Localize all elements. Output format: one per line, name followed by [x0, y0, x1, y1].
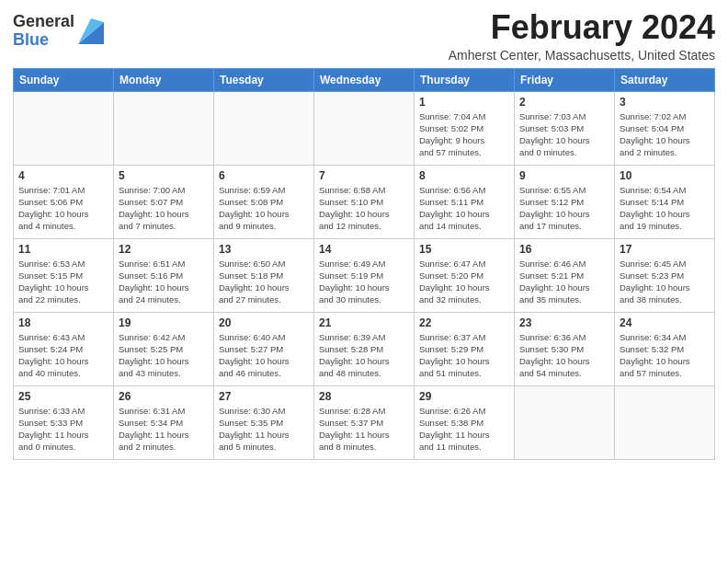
day-info: Sunrise: 6:40 AM Sunset: 5:27 PM Dayligh… — [219, 331, 309, 380]
day-info: Sunrise: 6:43 AM Sunset: 5:24 PM Dayligh… — [18, 331, 108, 380]
day-number: 4 — [18, 169, 108, 182]
calendar-cell: 18Sunrise: 6:43 AM Sunset: 5:24 PM Dayli… — [14, 312, 114, 385]
calendar-cell: 22Sunrise: 6:37 AM Sunset: 5:29 PM Dayli… — [415, 312, 515, 385]
calendar-cell: 6Sunrise: 6:59 AM Sunset: 5:08 PM Daylig… — [214, 165, 314, 238]
day-number: 17 — [620, 243, 710, 256]
calendar-cell: 12Sunrise: 6:51 AM Sunset: 5:16 PM Dayli… — [114, 238, 214, 312]
day-info: Sunrise: 6:58 AM Sunset: 5:10 PM Dayligh… — [319, 184, 409, 233]
calendar-cell: 3Sunrise: 7:02 AM Sunset: 5:04 PM Daylig… — [615, 91, 715, 165]
day-number: 25 — [18, 390, 108, 403]
calendar-cell: 16Sunrise: 6:46 AM Sunset: 5:21 PM Dayli… — [515, 238, 615, 312]
day-number: 5 — [119, 169, 209, 182]
day-number: 21 — [319, 316, 409, 329]
calendar-cell — [114, 91, 214, 165]
day-number: 14 — [319, 243, 409, 256]
day-info: Sunrise: 6:50 AM Sunset: 5:18 PM Dayligh… — [219, 258, 309, 306]
day-info: Sunrise: 6:51 AM Sunset: 5:16 PM Dayligh… — [119, 258, 209, 306]
day-number: 12 — [119, 243, 209, 256]
calendar-cell: 14Sunrise: 6:49 AM Sunset: 5:19 PM Dayli… — [314, 238, 415, 312]
day-info: Sunrise: 6:54 AM Sunset: 5:14 PM Dayligh… — [620, 184, 710, 233]
day-number: 10 — [620, 169, 710, 182]
logo-icon — [78, 18, 104, 44]
calendar-cell: 15Sunrise: 6:47 AM Sunset: 5:20 PM Dayli… — [415, 238, 515, 312]
calendar-cell: 26Sunrise: 6:31 AM Sunset: 5:34 PM Dayli… — [114, 385, 214, 459]
logo-text: General Blue — [13, 13, 74, 50]
calendar-cell: 2Sunrise: 7:03 AM Sunset: 5:03 PM Daylig… — [515, 91, 615, 165]
day-info: Sunrise: 6:34 AM Sunset: 5:32 PM Dayligh… — [620, 331, 710, 380]
day-number: 22 — [419, 316, 509, 329]
title-block: February 2024 Amherst Center, Massachuse… — [449, 9, 715, 63]
calendar-cell: 9Sunrise: 6:55 AM Sunset: 5:12 PM Daylig… — [515, 165, 615, 238]
calendar-cell: 21Sunrise: 6:39 AM Sunset: 5:28 PM Dayli… — [314, 312, 415, 385]
day-number: 3 — [620, 96, 710, 109]
calendar-cell — [14, 91, 114, 165]
calendar-week-4: 25Sunrise: 6:33 AM Sunset: 5:33 PM Dayli… — [14, 385, 715, 459]
month-title: February 2024 — [449, 9, 715, 46]
header-thursday: Thursday — [415, 68, 515, 91]
day-number: 1 — [419, 96, 509, 109]
day-number: 18 — [18, 316, 108, 329]
day-number: 24 — [620, 316, 710, 329]
day-info: Sunrise: 6:59 AM Sunset: 5:08 PM Dayligh… — [219, 184, 309, 233]
header-friday: Friday — [515, 68, 615, 91]
day-number: 9 — [519, 169, 609, 182]
day-info: Sunrise: 6:53 AM Sunset: 5:15 PM Dayligh… — [18, 258, 108, 306]
calendar-cell: 23Sunrise: 6:36 AM Sunset: 5:30 PM Dayli… — [515, 312, 615, 385]
day-info: Sunrise: 6:49 AM Sunset: 5:19 PM Dayligh… — [319, 258, 409, 306]
calendar-cell: 1Sunrise: 7:04 AM Sunset: 5:02 PM Daylig… — [415, 91, 515, 165]
day-info: Sunrise: 6:28 AM Sunset: 5:37 PM Dayligh… — [319, 405, 409, 454]
calendar-cell: 29Sunrise: 6:26 AM Sunset: 5:38 PM Dayli… — [415, 385, 515, 459]
calendar-cell: 7Sunrise: 6:58 AM Sunset: 5:10 PM Daylig… — [314, 165, 415, 238]
day-info: Sunrise: 6:30 AM Sunset: 5:35 PM Dayligh… — [219, 405, 309, 454]
day-info: Sunrise: 6:42 AM Sunset: 5:25 PM Dayligh… — [119, 331, 209, 380]
day-info: Sunrise: 7:00 AM Sunset: 5:07 PM Dayligh… — [119, 184, 209, 233]
day-info: Sunrise: 7:04 AM Sunset: 5:02 PM Dayligh… — [419, 110, 509, 159]
day-info: Sunrise: 6:45 AM Sunset: 5:23 PM Dayligh… — [620, 258, 710, 306]
day-number: 13 — [219, 243, 309, 256]
calendar-week-0: 1Sunrise: 7:04 AM Sunset: 5:02 PM Daylig… — [14, 91, 715, 165]
day-info: Sunrise: 7:03 AM Sunset: 5:03 PM Dayligh… — [519, 110, 609, 159]
day-info: Sunrise: 7:01 AM Sunset: 5:06 PM Dayligh… — [18, 184, 108, 233]
day-info: Sunrise: 7:02 AM Sunset: 5:04 PM Dayligh… — [620, 110, 710, 159]
logo-general: General — [13, 12, 74, 30]
day-number: 26 — [119, 390, 209, 403]
calendar-cell: 4Sunrise: 7:01 AM Sunset: 5:06 PM Daylig… — [14, 165, 114, 238]
calendar-cell: 13Sunrise: 6:50 AM Sunset: 5:18 PM Dayli… — [214, 238, 314, 312]
day-info: Sunrise: 6:47 AM Sunset: 5:20 PM Dayligh… — [419, 258, 509, 306]
day-number: 8 — [419, 169, 509, 182]
calendar-cell: 20Sunrise: 6:40 AM Sunset: 5:27 PM Dayli… — [214, 312, 314, 385]
logo-blue: Blue — [13, 30, 49, 49]
day-number: 29 — [419, 390, 509, 403]
day-number: 28 — [319, 390, 409, 403]
day-number: 20 — [219, 316, 309, 329]
header-tuesday: Tuesday — [214, 68, 314, 91]
day-info: Sunrise: 6:37 AM Sunset: 5:29 PM Dayligh… — [419, 331, 509, 380]
calendar-cell: 11Sunrise: 6:53 AM Sunset: 5:15 PM Dayli… — [14, 238, 114, 312]
calendar-week-3: 18Sunrise: 6:43 AM Sunset: 5:24 PM Dayli… — [14, 312, 715, 385]
calendar-cell: 19Sunrise: 6:42 AM Sunset: 5:25 PM Dayli… — [114, 312, 214, 385]
calendar-cell: 17Sunrise: 6:45 AM Sunset: 5:23 PM Dayli… — [615, 238, 715, 312]
day-info: Sunrise: 6:39 AM Sunset: 5:28 PM Dayligh… — [319, 331, 409, 380]
calendar-cell — [214, 91, 314, 165]
day-number: 2 — [519, 96, 609, 109]
calendar-week-1: 4Sunrise: 7:01 AM Sunset: 5:06 PM Daylig… — [14, 165, 715, 238]
day-info: Sunrise: 6:31 AM Sunset: 5:34 PM Dayligh… — [119, 405, 209, 454]
calendar-cell — [515, 385, 615, 459]
day-number: 7 — [319, 169, 409, 182]
day-number: 15 — [419, 243, 509, 256]
day-info: Sunrise: 6:56 AM Sunset: 5:11 PM Dayligh… — [419, 184, 509, 233]
calendar-cell: 27Sunrise: 6:30 AM Sunset: 5:35 PM Dayli… — [214, 385, 314, 459]
header-wednesday: Wednesday — [314, 68, 415, 91]
page-container: General Blue February 2024 Amherst Cente… — [0, 0, 728, 467]
day-info: Sunrise: 6:26 AM Sunset: 5:38 PM Dayligh… — [419, 405, 509, 454]
header-row: General Blue February 2024 Amherst Cente… — [13, 9, 715, 63]
calendar-cell: 10Sunrise: 6:54 AM Sunset: 5:14 PM Dayli… — [615, 165, 715, 238]
logo: General Blue — [13, 13, 104, 50]
calendar-cell: 5Sunrise: 7:00 AM Sunset: 5:07 PM Daylig… — [114, 165, 214, 238]
day-number: 6 — [219, 169, 309, 182]
day-number: 27 — [219, 390, 309, 403]
calendar-cell — [314, 91, 415, 165]
header-saturday: Saturday — [615, 68, 715, 91]
weekday-header-row: Sunday Monday Tuesday Wednesday Thursday… — [14, 68, 715, 91]
day-number: 19 — [119, 316, 209, 329]
